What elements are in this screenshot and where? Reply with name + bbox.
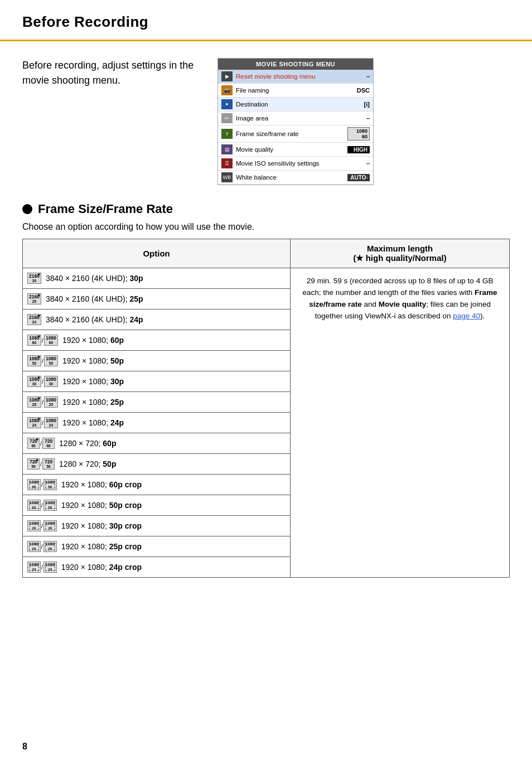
menu-row-destination: ✦ Destination [i]: [218, 98, 373, 112]
option-row-1080-50: 1080 50 / 1080 50 1920 × 1080; 50p: [27, 354, 286, 368]
table-row: 2160 30 3840 × 2160 (4K UHD); 30p 29 min…: [23, 268, 510, 289]
icon-1080-30-a: 1080 30: [27, 376, 41, 387]
menu-row-wb: WB White balance AUTO◦: [218, 171, 373, 185]
option-row-720-50: 720 50 / 720 50 1280 × 720; 50p: [27, 457, 286, 471]
icon-crop-25-a: 1080 25: [27, 541, 41, 552]
icon-crop-25-b: 1080 25: [43, 541, 57, 552]
menu-value-framerate: 108060: [347, 127, 370, 141]
menu-icon-star: ✦: [221, 99, 233, 109]
menu-value-filenaming: DSC: [347, 87, 370, 94]
menu-row-moviequality: ▤ Movie quality HIGH: [218, 143, 373, 157]
option-row-4k24: 2160 24 3840 × 2160 (4K UHD); 24p: [27, 312, 286, 327]
icon-720-50-b: 720 50: [42, 458, 55, 470]
icon-720-60-b: 720 60: [42, 438, 55, 449]
icon-1080-30-b: 1080 30: [44, 376, 58, 387]
menu-label-filenaming: File naming: [236, 87, 347, 94]
icon-720-50-a: 720 50: [27, 458, 40, 470]
intro-section: Before recording, adjust settings in the…: [0, 41, 532, 196]
icon-1080-24-a: 1080 24: [27, 417, 41, 428]
icon-crop-30-a: 1080 30: [27, 520, 41, 531]
option-cell: 1080 25 / 1080 25 1920 × 1080; 25p crop: [23, 536, 291, 557]
page-link[interactable]: page 40: [453, 312, 480, 320]
option-row-4k25: 2160 25 3840 × 2160 (4K UHD); 25p: [27, 292, 286, 306]
icon-crop-30-b: 1080 30: [43, 520, 57, 531]
option-row-720-60: 720 60 / 720 60 1280 × 720; 60p: [27, 436, 286, 451]
option-cell: 720 60 / 720 60 1280 × 720; 60p: [23, 433, 291, 454]
menu-label-iso: Movie ISO sensitivity settings: [236, 160, 347, 167]
menu-value-moviequality: HIGH: [347, 146, 370, 153]
option-cell: 720 50 / 720 50 1280 × 720; 50p: [23, 454, 291, 475]
menu-label-framerate: Frame size/frame rate: [236, 130, 347, 137]
menu-label-destination: Destination: [236, 101, 347, 108]
camera-menu-title: MOVIE SHOOTING MENU: [218, 59, 373, 70]
menu-icon-movie: ▶: [221, 71, 233, 81]
option-cell: 2160 30 3840 × 2160 (4K UHD); 30p: [23, 268, 291, 289]
section-dot: [22, 204, 32, 214]
icon-720-60-a: 720 60: [27, 438, 40, 449]
option-cell: 1080 30 / 1080 30 1920 × 1080; 30p crop: [23, 516, 291, 536]
option-cell: 1080 24 / 1080 24 1920 × 1080; 24p crop: [23, 557, 291, 578]
menu-label-reset: Reset movie shooting menu: [236, 73, 347, 80]
menu-row-filenaming: 📷 File naming DSC: [218, 84, 373, 98]
menu-icon-camera: 📷: [221, 85, 233, 95]
col-header-maxlen: Maximum length (★ high quality/Normal): [291, 239, 510, 268]
camera-menu-screenshot: MOVIE SHOOTING MENU ▶ Reset movie shooti…: [217, 58, 374, 185]
icon-1080-50-a: 1080 50: [27, 355, 41, 366]
menu-label-imagearea: Image area: [236, 115, 347, 122]
maxlen-cell: 29 min. 59 s (recorded across up to 8 fi…: [291, 268, 510, 578]
icon-crop-24-a: 1080 24: [27, 562, 41, 573]
intro-text: Before recording, adjust settings in the…: [22, 58, 201, 88]
icon-1080-25-a: 1080 25: [27, 396, 41, 408]
option-cell: 1080 50 / 1080 50 1920 × 1080; 50p: [23, 351, 291, 371]
page-title: Before Recording: [22, 13, 510, 31]
icon-crop-60-b: 1080 60: [43, 479, 57, 490]
col-header-option: Option: [23, 239, 291, 268]
option-cell: 1080 24 / 1080 24 1920 × 1080; 24p: [23, 413, 291, 433]
icon-4k25: 2160 25: [27, 293, 41, 304]
section-title: Frame Size/Frame Rate: [38, 202, 173, 216]
icon-crop-24-b: 1080 24: [43, 562, 57, 573]
menu-row-framerate: Y Frame size/frame rate 108060: [218, 125, 373, 143]
icon-4k30: 2160 30: [27, 273, 41, 284]
option-row-1080-24: 1080 24 / 1080 24 1920 × 1080; 24p: [27, 415, 286, 430]
menu-icon-img: ▤: [221, 144, 233, 154]
options-table: Option Maximum length (★ high quality/No…: [22, 239, 510, 578]
section-subtitle: Choose an option according to how you wi…: [0, 220, 532, 239]
option-row-crop-30: 1080 30 / 1080 30 1920 × 1080; 30p crop: [27, 519, 286, 533]
option-row-1080-25: 1080 25 / 1080 25 1920 × 1080; 25p: [27, 395, 286, 409]
menu-value-imagearea: –: [347, 115, 370, 122]
option-row-1080-30: 1080 30 / 1080 30 1920 × 1080; 30p: [27, 374, 286, 389]
menu-value-reset: –: [347, 73, 370, 80]
menu-icon-pencil: ✏: [221, 113, 233, 123]
menu-icon-wb: WB: [221, 172, 233, 182]
icon-crop-50-b: 1080 50: [43, 500, 57, 511]
option-row-4k30: 2160 30 3840 × 2160 (4K UHD); 30p: [27, 271, 286, 286]
menu-value-wb: AUTO◦: [347, 174, 370, 181]
option-cell: 1080 30 / 1080 30 1920 × 1080; 30p: [23, 371, 291, 392]
icon-1080-25-b: 1080 25: [44, 396, 58, 408]
option-cell: 2160 24 3840 × 2160 (4K UHD); 24p: [23, 309, 291, 330]
option-row-crop-24: 1080 24 / 1080 24 1920 × 1080; 24p crop: [27, 560, 286, 574]
icon-1080-24-b: 1080 24: [44, 417, 58, 428]
option-cell: 1080 25 / 1080 25 1920 × 1080; 25p: [23, 392, 291, 413]
page-header: Before Recording: [0, 0, 532, 41]
icon-crop-60-a: 1080 60: [27, 479, 41, 490]
option-cell: 1080 60 / 1080 60 1920 × 1080; 60p crop: [23, 475, 291, 495]
icon-1080-60-b: 1080 60: [44, 335, 58, 346]
option-cell: 1080 60 / 1080 60 1920 × 1080; 60p: [23, 330, 291, 351]
menu-row-imagearea: ✏ Image area –: [218, 112, 373, 125]
icon-1080-50-b: 1080 50: [44, 355, 58, 366]
option-cell: 2160 25 3840 × 2160 (4K UHD); 25p: [23, 289, 291, 309]
option-cell: 1080 50 / 1080 50 1920 × 1080; 50p crop: [23, 495, 291, 516]
option-row-crop-60: 1080 60 / 1080 60 1920 × 1080; 60p crop: [27, 477, 286, 492]
menu-icon-y: Y: [221, 129, 233, 139]
menu-row-reset: ▶ Reset movie shooting menu –: [218, 70, 373, 84]
menu-label-moviequality: Movie quality: [236, 146, 347, 153]
icon-crop-50-a: 1080 50: [27, 500, 41, 511]
option-row-1080-60: 1080 60 / 1080 60 1920 × 1080; 60p: [27, 333, 286, 347]
menu-label-wb: White balance: [236, 174, 347, 181]
option-row-crop-50: 1080 50 / 1080 50 1920 × 1080; 50p crop: [27, 498, 286, 512]
section-heading: Frame Size/Frame Rate: [0, 196, 532, 220]
page-number: 8: [22, 742, 27, 752]
icon-1080-60-a: 1080 60: [27, 335, 41, 346]
